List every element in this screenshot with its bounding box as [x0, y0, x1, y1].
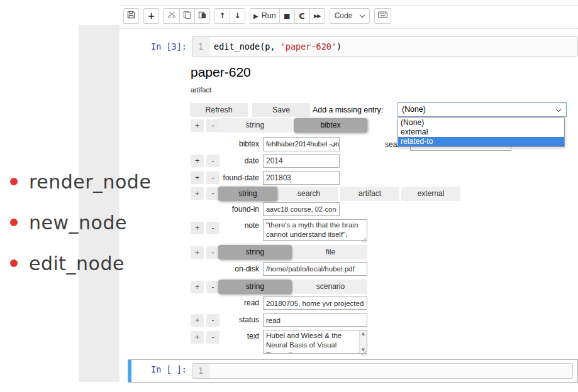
play-icon: ▶ [253, 13, 258, 19]
add-field-button[interactable]: + [191, 246, 204, 259]
add-entry-label: Add a missing entry: [313, 103, 383, 117]
copy-icon [183, 11, 191, 21]
restart-kernel-button[interactable]: C [294, 8, 310, 24]
command-palette-button[interactable] [374, 8, 391, 24]
insert-cell-button[interactable]: + [143, 8, 159, 24]
text-textarea-wrap: Hubel and Wiesel & the Neural Basis of V… [263, 330, 367, 354]
remove-field-button[interactable]: - [206, 187, 220, 200]
on-disk-input[interactable] [263, 262, 367, 276]
arrow-up-icon: ↑ [219, 11, 225, 20]
run-button-label: Run [262, 11, 276, 20]
restart-run-all-button[interactable]: ▶▶ [309, 8, 325, 24]
found-in-input[interactable] [263, 202, 340, 216]
add-entry-selected-value: (None) [402, 105, 426, 114]
line-number: 1 [192, 37, 209, 56]
line-number: 1 [192, 364, 209, 378]
scissors-icon [167, 11, 176, 21]
add-field-button[interactable]: + [191, 119, 204, 132]
move-group: ↑ ↓ [214, 8, 245, 24]
note-textarea[interactable]: "there's a myth that the brain cannot un… [263, 219, 367, 241]
arrow-down-icon: ↓ [234, 11, 240, 20]
toggle-string[interactable]: string [218, 187, 277, 201]
fast-forward-icon: ▶▶ [314, 13, 320, 19]
add-entry-select[interactable]: (None) [397, 102, 567, 117]
remove-field-button[interactable]: - [206, 119, 220, 132]
field-label-status: status [119, 313, 259, 327]
toggle-string[interactable]: string [218, 280, 292, 294]
save-icon [127, 11, 135, 21]
field-label-date: date [119, 154, 259, 168]
field-label-search: search [282, 139, 408, 150]
save-entry-button[interactable]: Save [252, 103, 310, 117]
save-notebook-button[interactable] [123, 8, 139, 24]
code-text: ) [336, 41, 342, 52]
save-group [123, 8, 139, 24]
read-input[interactable] [263, 297, 367, 310]
run-group: ▶ Run ■ C ▶▶ [250, 8, 325, 24]
palette-group [374, 8, 391, 24]
resize-handle-icon[interactable] [361, 347, 367, 353]
toggle-search[interactable]: search [279, 187, 338, 201]
code-input-area[interactable]: 1 [192, 363, 573, 379]
add-entry-dropdown-menu: (None) external related-to [397, 117, 565, 147]
node-type-label: artifact [191, 86, 211, 94]
bullet-text: render_node [29, 171, 151, 193]
list-item: edit_node [10, 252, 151, 275]
input-prompt: In [3]: [119, 41, 187, 52]
toggle-string[interactable]: string [218, 118, 292, 133]
remove-field-button[interactable]: - [206, 281, 220, 293]
add-field-button[interactable]: + [191, 281, 204, 293]
chevron-down-icon [359, 12, 364, 17]
remove-field-button[interactable]: - [206, 246, 220, 259]
bullet-text: new_node [29, 212, 127, 234]
list-item: render_node [10, 170, 151, 193]
found-date-input[interactable] [263, 171, 340, 185]
code-text: edit_node(p, [214, 41, 281, 52]
toggle-scenario[interactable]: scenario [294, 280, 367, 294]
bullet-icon [10, 259, 18, 267]
code-line [209, 364, 572, 378]
code-string: 'paper-620' [281, 41, 336, 52]
paste-icon [198, 11, 206, 21]
cut-cells-button[interactable] [164, 8, 180, 24]
toggle-artifact[interactable]: artifact [340, 187, 399, 201]
refresh-button[interactable]: Refresh [190, 103, 248, 117]
edit-group [164, 8, 210, 24]
interrupt-kernel-button[interactable]: ■ [279, 8, 295, 24]
keyboard-icon [378, 11, 387, 20]
field-label-bibtex: bibtex [119, 137, 259, 151]
chevron-down-icon [556, 107, 561, 112]
bullet-list: render_node new_node edit_node [10, 170, 151, 293]
bullet-icon [10, 219, 18, 226]
note-textarea-wrap: "there's a myth that the brain cannot un… [263, 219, 367, 241]
toggle-bibtex[interactable]: bibtex [294, 118, 367, 133]
insert-group: + [143, 8, 159, 24]
toolbar-top-border [119, 5, 578, 6]
notebook-toolbar: + ↑ ↓ ▶ [123, 8, 391, 24]
dropdown-option-external[interactable]: external [398, 128, 564, 137]
selected-cell-indicator [128, 360, 131, 382]
move-cell-down-button[interactable]: ↓ [230, 8, 245, 24]
code-input-area[interactable]: 1 edit_node(p, 'paper-620') [192, 36, 578, 57]
add-field-button[interactable]: + [191, 187, 204, 200]
paste-cells-button[interactable] [194, 8, 210, 24]
text-textarea[interactable]: Hubel and Wiesel & the Neural Basis of V… [263, 330, 367, 354]
dropdown-option-none[interactable]: (None) [398, 118, 564, 128]
dropdown-option-related-to[interactable]: related-to [398, 137, 564, 146]
cell-type-value: Code [335, 11, 353, 20]
scroll-up-icon[interactable]: ▲ [362, 331, 365, 336]
toolbar-divider [119, 28, 578, 29]
toggle-string[interactable]: string [218, 245, 292, 259]
copy-cells-button[interactable] [179, 8, 195, 24]
date-input[interactable] [263, 154, 340, 168]
toggle-file[interactable]: file [294, 245, 367, 259]
code-line: edit_node(p, 'paper-620') [209, 37, 577, 56]
status-input[interactable] [263, 313, 367, 327]
field-label-text: text [119, 332, 259, 341]
toggle-external[interactable]: external [401, 187, 460, 201]
cell-type-select[interactable]: Code [330, 8, 370, 24]
resize-handle-icon[interactable] [361, 234, 367, 240]
bullet-icon [10, 178, 18, 185]
move-cell-up-button[interactable]: ↑ [214, 8, 230, 24]
run-cell-button[interactable]: ▶ Run [250, 8, 280, 24]
